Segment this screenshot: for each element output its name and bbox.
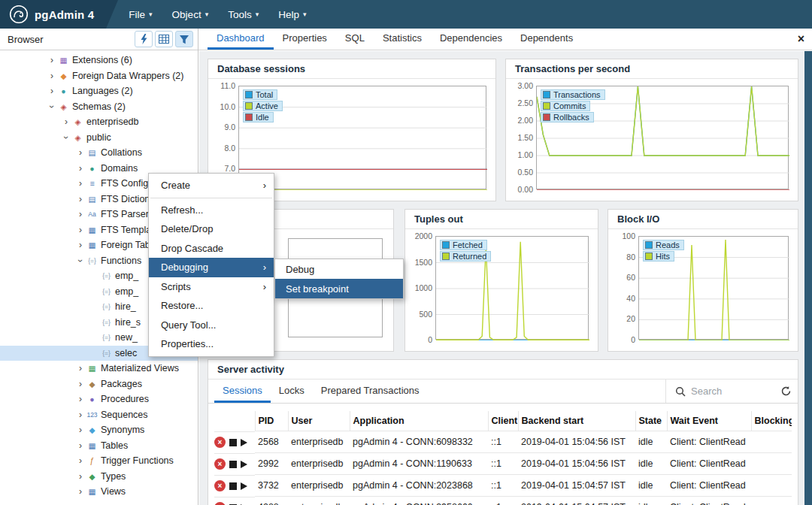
tree-chevron-icon[interactable]: › [75,486,86,497]
cancel-query-icon[interactable] [229,439,237,446]
tree-chevron-icon[interactable]: › [75,147,86,158]
tab-properties[interactable]: Properties [274,29,336,50]
activity-tab-prepared-transactions[interactable]: Prepared Transactions [313,380,428,403]
tree-item-public[interactable]: ›◈public [0,130,198,146]
tree-item-packages[interactable]: ›◆Packages [0,376,198,392]
submenu-item-set-breakpoint[interactable]: Set breakpoint [275,279,403,298]
expand-row-icon[interactable] [241,461,247,468]
context-menu-item-drop-cascade[interactable]: Drop Cascade [149,239,274,259]
tree-chevron-icon[interactable]: › [75,194,86,204]
chart-legend: ReadsHits [643,240,684,262]
menu-help[interactable]: Help▾ [278,9,306,20]
menu-object[interactable]: Object▾ [172,9,209,20]
tree-chevron-icon[interactable]: › [47,71,57,81]
submenu-item-debug[interactable]: Debug [275,259,403,279]
legend-label: Returned [453,252,486,261]
cancel-query-icon[interactable] [229,482,237,490]
terminate-session-icon[interactable]: × [214,458,226,470]
tree-item-languages-2[interactable]: ›●Languages (2) [0,83,198,99]
context-menu-item-delete-drop[interactable]: Delete/Drop [149,219,274,239]
session-cell: enterprisedb [288,475,350,497]
tree-item-synonyms[interactable]: ›◆Synonyms [0,422,198,438]
tab-dependents[interactable]: Dependents [511,29,582,50]
context-menu-item-restore[interactable]: Restore... [149,296,274,316]
function-icon: {=} [100,319,113,326]
session-row[interactable]: ×4288enterprisedbpgAdmin 4 - CONN:395860… [214,497,792,505]
tree-chevron-icon[interactable]: › [75,163,86,174]
tree-chevron-icon[interactable]: › [75,425,86,435]
tree-item-schemas-2[interactable]: ›◈Schemas (2) [0,99,198,115]
context-menu-item-debugging[interactable]: Debugging› [149,258,274,277]
tree-chevron-icon[interactable]: › [75,440,86,451]
session-cell: ::1 [488,453,518,475]
tree-chevron-icon[interactable]: › [75,256,86,266]
tree-chevron-icon[interactable]: › [75,379,86,389]
close-icon[interactable]: × [798,32,804,46]
tree-chevron-icon[interactable]: › [75,455,86,466]
tree-chevron-icon[interactable]: › [75,209,86,219]
vertical-scrollbar[interactable] [804,51,812,505]
context-menu-item-refresh[interactable]: Refresh... [149,201,274,220]
query-tool-button[interactable] [135,31,153,47]
session-cell [751,475,792,497]
terminate-session-icon[interactable]: × [214,437,226,448]
tree-chevron-icon[interactable]: › [75,178,86,189]
tree-item-materialized-views[interactable]: ›▦Materialized Views [0,361,198,376]
tree-chevron-icon[interactable]: › [75,363,86,373]
tree-item-types[interactable]: ›◆Types [0,469,198,485]
sequences-icon: 123 [86,411,98,419]
tree-chevron-icon[interactable]: › [75,394,86,404]
y-axis-tick-label: 3.00 [511,81,533,90]
expand-row-icon[interactable] [241,439,247,446]
context-menu-item-create[interactable]: Create› [149,176,274,195]
view-data-button[interactable] [155,31,173,47]
tree-item-enterprisedb[interactable]: ›◈enterprisedb [0,114,198,130]
tree-chevron-icon[interactable]: › [75,410,86,420]
context-menu-item-properties[interactable]: Properties... [149,334,274,354]
tree-item-procedures[interactable]: ›●Procedures [0,392,198,407]
expand-row-icon[interactable] [241,482,247,490]
tree-item-collations[interactable]: ›▤Collations [0,145,198,161]
y-axis-tick-label: 11.0 [213,81,235,90]
tree-chevron-icon[interactable]: › [75,225,86,235]
tab-dependencies[interactable]: Dependencies [431,29,511,50]
tab-statistics[interactable]: Statistics [374,29,431,50]
filtered-rows-button[interactable] [175,31,193,47]
tree-chevron-icon[interactable]: › [47,101,57,112]
tree-chevron-icon[interactable]: › [47,86,57,96]
activity-tab-sessions[interactable]: Sessions [214,380,271,403]
tree-chevron-icon[interactable]: › [47,55,57,65]
menu-file[interactable]: File▾ [129,9,152,20]
terminate-session-icon[interactable]: × [214,480,226,491]
refresh-icon[interactable] [780,386,792,397]
tree-chevron-icon[interactable]: › [61,132,71,143]
session-cell: pgAdmin 4 - CONN:2023868 [350,475,488,497]
tree-item-label: Tables [101,440,128,451]
tree-item-extensions-6[interactable]: ›▦Extensions (6) [0,53,198,68]
context-menu-item-query-tool[interactable]: Query Tool... [149,316,274,335]
tab-sql[interactable]: SQL [336,29,374,50]
cancel-query-icon[interactable] [229,461,237,468]
tree-chevron-icon[interactable]: › [75,471,86,482]
tree-chevron-icon[interactable]: › [75,240,86,250]
tree-item-trigger-functions[interactable]: ›ƒTrigger Functions [0,453,198,469]
activity-tab-locks[interactable]: Locks [271,380,313,403]
session-row[interactable]: ×2992enterprisedbpgAdmin 4 - CONN:119063… [214,453,792,475]
session-row[interactable]: ×3732enterprisedbpgAdmin 4 - CONN:202386… [214,475,792,497]
terminate-session-icon[interactable]: × [214,502,226,505]
session-cell: 2019-04-01 15:04:56 IST [518,431,635,453]
session-row[interactable]: ×2568enterprisedbpgAdmin 4 - CONN:609833… [214,431,792,453]
tree-item-views[interactable]: ›▦Views [0,484,198,500]
tree-item-tables[interactable]: ›▦Tables [0,438,198,454]
tab-dashboard[interactable]: Dashboard [208,29,274,50]
context-menu-item-scripts[interactable]: Scripts› [149,277,274,297]
y-axis-tick-label: 1000 [410,283,432,292]
trigger-functions-icon: ƒ [86,456,98,465]
tree-chevron-icon[interactable]: › [61,116,71,127]
session-cell: pgAdmin 4 - CONN:6098332 [350,431,488,453]
tree-item-sequences[interactable]: ›123Sequences [0,407,198,423]
search-input[interactable] [691,386,775,397]
tree-item-foreign-data-wrappers-2[interactable]: ›◆Foreign Data Wrappers (2) [0,68,198,84]
menu-tools[interactable]: Tools▾ [228,9,259,20]
session-cell: 2992 [255,453,288,475]
